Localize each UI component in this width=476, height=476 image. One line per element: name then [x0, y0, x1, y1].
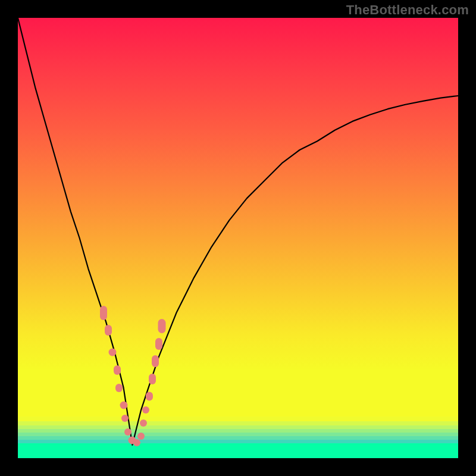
chart-bottom-bands [18, 416, 458, 458]
watermark-text: TheBottleneck.com [346, 2, 469, 18]
chart-plot-area [18, 18, 458, 458]
color-band [18, 416, 458, 421]
color-band [18, 443, 458, 458]
chart-background-gradient [18, 18, 458, 458]
color-band [18, 421, 458, 425]
